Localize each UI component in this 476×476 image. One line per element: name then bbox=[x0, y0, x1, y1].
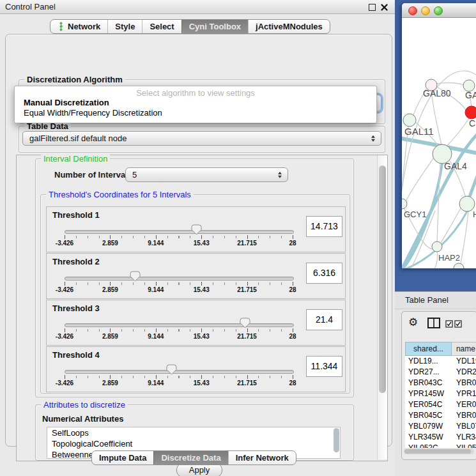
table-row[interactable]: YBL079WYBL07 bbox=[405, 421, 476, 432]
network-edge[interactable] bbox=[431, 91, 441, 145]
table-cell: YDR27... bbox=[405, 367, 452, 378]
table-cell: YER05 bbox=[452, 399, 476, 410]
numerical-attributes-label: Numerical Attributes bbox=[42, 414, 123, 424]
thresholds-group: Threshold's Coordinates for 5 Intervals … bbox=[40, 194, 350, 394]
threshold-value-field[interactable]: 21.4 bbox=[306, 309, 342, 330]
tab-label: Select bbox=[150, 20, 174, 33]
node-table[interactable]: shared...name YDL19...YDL19YDR27...YDR27… bbox=[405, 342, 476, 448]
slider-track[interactable] bbox=[65, 230, 294, 234]
tab-label: Infer Network bbox=[236, 451, 289, 464]
window-close-light-icon[interactable] bbox=[408, 6, 417, 15]
column-header[interactable]: name bbox=[452, 342, 476, 356]
vertical-scrollbar[interactable] bbox=[377, 155, 387, 459]
tab-infer-network[interactable]: Infer Network bbox=[228, 451, 296, 464]
attribute-item[interactable]: SelfLoops bbox=[47, 427, 340, 438]
major-tick bbox=[65, 282, 65, 286]
tab-label: Impute Data bbox=[99, 451, 146, 464]
network-view-window: GAL80GACGAL11GAL4GCY1HHAP2 bbox=[402, 3, 476, 268]
window-zoom-light-icon[interactable] bbox=[434, 6, 443, 15]
threshold-row: Threshold 2-3.4262.8599.14415.4321.71528… bbox=[46, 253, 346, 299]
window-minimize-light-icon[interactable] bbox=[421, 6, 430, 15]
table-cell: YBL079W bbox=[405, 421, 452, 432]
slider-ticks bbox=[65, 376, 293, 378]
popup-item[interactable]: Equal Width/Frequency Discretization bbox=[15, 108, 376, 118]
column-header[interactable]: shared... bbox=[405, 342, 452, 356]
table-body: YDL19...YDL19YDR27...YDR27YBR043CYBR04YP… bbox=[405, 356, 476, 448]
attribute-item[interactable]: TopologicalCoefficient bbox=[47, 438, 340, 449]
node-label: C bbox=[469, 118, 475, 128]
tab-network[interactable]: Network bbox=[50, 20, 107, 33]
tab-discretize-data[interactable]: Discretize Data bbox=[153, 451, 227, 464]
columns-icon[interactable] bbox=[427, 318, 440, 330]
network-edge[interactable] bbox=[470, 166, 476, 197]
checkbox-checked-icon[interactable] bbox=[445, 320, 453, 330]
horizontal-scrollbar[interactable] bbox=[404, 449, 474, 454]
tab-label: Network bbox=[68, 20, 100, 33]
popup-item[interactable]: Manual Discretization bbox=[15, 98, 376, 108]
node-label: GCY1 bbox=[404, 210, 426, 219]
slider-track[interactable] bbox=[65, 277, 294, 280]
float-window-icon[interactable] bbox=[369, 4, 376, 11]
major-tick bbox=[110, 375, 111, 379]
table-row[interactable]: YPR145WYPR14 bbox=[405, 388, 476, 399]
table-row[interactable]: YDL19...YDL19 bbox=[405, 356, 476, 367]
table-cell: YBR04 bbox=[452, 410, 476, 421]
network-canvas[interactable]: GAL80GACGAL11GAL4GCY1HHAP2 bbox=[402, 18, 476, 268]
table-row[interactable]: YBR043CYBR04 bbox=[405, 378, 476, 388]
network-node[interactable] bbox=[403, 114, 416, 127]
table-data-selected: galFiltered.sif default node bbox=[29, 134, 127, 143]
slider-thumb[interactable] bbox=[240, 318, 250, 328]
threshold-value-field[interactable]: 14.713 bbox=[306, 216, 342, 237]
major-tick bbox=[293, 235, 293, 239]
major-tick bbox=[201, 282, 202, 286]
apply-button[interactable]: Apply bbox=[176, 463, 222, 476]
tick-label: 28 bbox=[289, 380, 296, 387]
major-tick bbox=[65, 375, 65, 379]
tick-label: -3.426 bbox=[56, 286, 73, 293]
threshold-value-field[interactable]: 6.316 bbox=[306, 263, 342, 284]
tick-label: 2.859 bbox=[102, 286, 118, 293]
table-cell: YIL052C bbox=[405, 443, 452, 448]
num-intervals-combobox[interactable]: 5 bbox=[125, 167, 288, 182]
network-edge[interactable] bbox=[447, 118, 470, 146]
table-row[interactable]: YER054CYER05 bbox=[405, 399, 476, 410]
tab-impute-data[interactable]: Impute Data bbox=[92, 451, 153, 464]
network-edge[interactable] bbox=[437, 164, 440, 242]
table-cell: YPR145W bbox=[405, 388, 452, 399]
node-label: GAL11 bbox=[404, 126, 434, 137]
network-node[interactable] bbox=[465, 106, 476, 119]
network-edge[interactable] bbox=[406, 158, 434, 201]
network-node[interactable] bbox=[454, 263, 464, 268]
popup-prompt: Select algorithm to view settings bbox=[15, 88, 376, 98]
major-tick bbox=[110, 328, 111, 332]
table-row[interactable]: YIL052CYIL05 bbox=[405, 443, 476, 448]
gear-icon[interactable]: ⚙ bbox=[408, 316, 418, 328]
threshold-row: Threshold 1-3.4262.8599.14415.4321.71528… bbox=[46, 206, 346, 252]
scrollbar-thumb[interactable] bbox=[404, 449, 471, 454]
slider-thumb[interactable] bbox=[130, 271, 141, 282]
table-row[interactable]: YLR345WYLR34 bbox=[405, 432, 476, 443]
scrollbar-thumb[interactable] bbox=[379, 165, 386, 393]
network-edge[interactable] bbox=[437, 83, 463, 85]
node-label: GA bbox=[465, 90, 476, 100]
list-scrollbar[interactable] bbox=[334, 428, 339, 452]
tab-jactivemnodules[interactable]: jActiveMNodules bbox=[248, 20, 330, 33]
table-cell: YDR27 bbox=[452, 367, 476, 378]
slider-thumb[interactable] bbox=[191, 224, 202, 235]
network-node[interactable] bbox=[432, 242, 442, 252]
checkbox-checked-icon[interactable] bbox=[454, 320, 462, 330]
app-root: Control Panel NetworkStyleSelectCyni Too… bbox=[0, 0, 476, 476]
table-row[interactable]: YDR27...YDR27 bbox=[405, 367, 476, 378]
tab-select[interactable]: Select bbox=[142, 20, 181, 33]
table-row[interactable]: YBR045CYBR04 bbox=[405, 410, 476, 421]
slider-track[interactable] bbox=[65, 370, 294, 374]
tab-style[interactable]: Style bbox=[107, 20, 142, 33]
threshold-label: Threshold 2 bbox=[52, 257, 100, 266]
slider-track[interactable] bbox=[65, 323, 294, 327]
close-icon[interactable] bbox=[381, 3, 388, 13]
threshold-value-field[interactable]: 11.344 bbox=[306, 356, 342, 377]
tab-cyni-toolbox[interactable]: Cyni Toolbox bbox=[181, 20, 248, 33]
slider-thumb[interactable] bbox=[166, 364, 177, 375]
table-data-combobox[interactable]: galFiltered.sif default node bbox=[22, 131, 381, 146]
major-tick bbox=[156, 375, 157, 379]
